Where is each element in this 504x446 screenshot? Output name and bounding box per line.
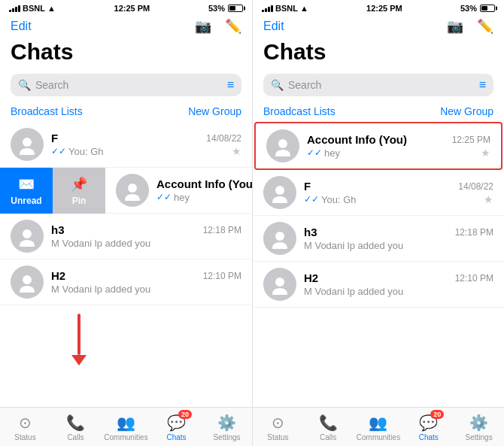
search-bar-right: 🔍 Search ≡ bbox=[253, 71, 504, 102]
svg-point-5 bbox=[20, 240, 35, 247]
settings-tab-label-left: Settings bbox=[213, 433, 240, 441]
chat-item-f-left[interactable]: F 14/08/22 ✓✓ You: Gh ★ bbox=[0, 122, 252, 168]
left-panel: BSNL ▲ 12:25 PM 53% Edit 📷 ✏️ Chats 🔍 Se… bbox=[0, 0, 252, 446]
unread-label: Unread bbox=[11, 196, 41, 206]
swipe-row: ✉️ Unread 📌 Pin Account Info (You bbox=[0, 168, 252, 214]
calls-tab-label-left: Calls bbox=[67, 433, 83, 441]
tab-communities-left[interactable]: 👥 Communities bbox=[101, 412, 151, 443]
chat-time-h3-left: 12:18 PM bbox=[203, 225, 241, 235]
chat-preview-h2-left: M Vodani lp added you bbox=[51, 284, 150, 295]
chat-item-h3-left[interactable]: h3 12:18 PM M Vodani lp added you ★ bbox=[0, 214, 252, 259]
time-label: 12:25 PM bbox=[114, 4, 150, 13]
calls-tab-icon-right: 📞 bbox=[319, 414, 338, 432]
header-icons-right: 📷 ✏️ bbox=[447, 18, 493, 35]
svg-point-1 bbox=[20, 148, 35, 155]
star-icon-h2-right: ★ bbox=[484, 285, 493, 297]
tab-bar-left: ⊙ Status 📞 Calls 👥 Communities 💬 20 Chat… bbox=[0, 407, 252, 446]
chat-time-h2-left: 12:10 PM bbox=[203, 271, 241, 281]
tab-status-left[interactable]: ⊙ Status bbox=[0, 412, 50, 443]
edit-button-left[interactable]: Edit bbox=[11, 20, 32, 33]
broadcast-lists-right[interactable]: Broadcast Lists bbox=[263, 105, 335, 117]
chat-item-account-left[interactable]: Account Info (You ✓✓ hey ★ bbox=[105, 168, 252, 214]
pin-icon: 📌 bbox=[71, 176, 87, 193]
filter-icon-right[interactable]: ≡ bbox=[479, 78, 486, 92]
wifi-icon: ▲ bbox=[47, 4, 56, 13]
chat-content-f-left: F 14/08/22 ✓✓ You: Gh ★ bbox=[51, 132, 241, 157]
status-bar-right: BSNL ▲ 12:25 PM 53% bbox=[253, 0, 504, 15]
calls-tab-label-right: Calls bbox=[320, 433, 336, 441]
communities-tab-icon-right: 👥 bbox=[369, 414, 387, 432]
chat-content-h3-left: h3 12:18 PM M Vodani lp added you ★ bbox=[51, 223, 241, 249]
chat-content-f-right: F 14/08/22 ✓✓ You: Gh ★ bbox=[304, 180, 493, 205]
chat-item-account-right[interactable]: Account Info (You) 12:25 PM ✓✓ hey ★ bbox=[254, 122, 502, 170]
new-group-right[interactable]: New Group bbox=[440, 105, 493, 117]
tab-calls-left[interactable]: 📞 Calls bbox=[50, 412, 101, 443]
signal-icon bbox=[9, 5, 20, 12]
tab-chats-right[interactable]: 💬 20 Chats bbox=[403, 412, 454, 443]
tab-calls-right[interactable]: 📞 Calls bbox=[303, 412, 354, 443]
star-icon-f-right: ★ bbox=[484, 193, 493, 205]
compose-icon-left[interactable]: ✏️ bbox=[225, 18, 241, 35]
chats-badge-wrap-right: 💬 20 bbox=[419, 414, 438, 432]
chat-list-right: Account Info (You) 12:25 PM ✓✓ hey ★ F bbox=[253, 122, 504, 407]
svg-point-2 bbox=[128, 184, 137, 193]
broadcast-lists-left[interactable]: Broadcast Lists bbox=[11, 105, 83, 117]
chat-time-h3-right: 12:18 PM bbox=[455, 227, 493, 238]
arrow-head bbox=[71, 355, 87, 366]
chats-badge-wrap-left: 💬 20 bbox=[167, 414, 186, 432]
pin-label: Pin bbox=[72, 196, 87, 206]
chat-time-account-right: 12:25 PM bbox=[452, 135, 490, 145]
wifi-icon-right: ▲ bbox=[300, 4, 308, 13]
tab-settings-left[interactable]: ⚙️ Settings bbox=[202, 412, 252, 443]
avatar-account-left bbox=[116, 174, 149, 207]
svg-point-8 bbox=[278, 139, 287, 148]
pin-action-button[interactable]: 📌 Pin bbox=[53, 168, 105, 214]
tab-bar-right: ⊙ Status 📞 Calls 👥 Communities 💬 20 Chat… bbox=[253, 407, 504, 446]
chat-item-h2-right[interactable]: H2 12:10 PM M Vodani lp added you ★ bbox=[253, 262, 504, 308]
avatar-f-left bbox=[11, 128, 44, 161]
time-label-right: 12:25 PM bbox=[366, 4, 402, 13]
svg-point-13 bbox=[272, 242, 287, 249]
unread-action-button[interactable]: ✉️ Unread bbox=[0, 168, 53, 214]
chat-preview-h3-left: M Vodani lp added you bbox=[51, 238, 150, 249]
header-right: Edit 📷 ✏️ bbox=[253, 15, 504, 39]
tab-settings-right[interactable]: ⚙️ Settings bbox=[454, 412, 504, 443]
camera-icon-right[interactable]: 📷 bbox=[447, 18, 463, 35]
new-group-left[interactable]: New Group bbox=[188, 105, 241, 117]
tab-chats-left[interactable]: 💬 20 Chats bbox=[151, 412, 202, 443]
search-input-wrap-right[interactable]: 🔍 Search ≡ bbox=[263, 74, 493, 96]
chat-preview-account-left: ✓✓ hey bbox=[156, 192, 190, 203]
compose-icon-right[interactable]: ✏️ bbox=[477, 18, 493, 35]
communities-tab-label-right: Communities bbox=[357, 433, 400, 441]
star-icon-account-right: ★ bbox=[481, 147, 490, 159]
svg-point-3 bbox=[125, 194, 140, 201]
edit-button-right[interactable]: Edit bbox=[263, 20, 284, 33]
tab-status-right[interactable]: ⊙ Status bbox=[253, 412, 303, 443]
svg-point-4 bbox=[23, 229, 32, 238]
camera-icon-left[interactable]: 📷 bbox=[195, 18, 211, 35]
battery-percent: 53% bbox=[208, 4, 225, 13]
check-icon-f-left: ✓✓ bbox=[51, 146, 66, 156]
chat-item-h3-right[interactable]: h3 12:18 PM M Vodani lp added you ★ bbox=[253, 216, 504, 262]
chat-content-account-right: Account Info (You) 12:25 PM ✓✓ hey ★ bbox=[307, 133, 490, 159]
chat-time-h2-right: 12:10 PM bbox=[455, 273, 493, 284]
header-left: Edit 📷 ✏️ bbox=[0, 15, 252, 39]
svg-point-11 bbox=[272, 196, 287, 203]
chat-item-f-right[interactable]: F 14/08/22 ✓✓ You: Gh ★ bbox=[253, 170, 504, 216]
chat-name-f-left: F bbox=[51, 132, 58, 144]
filter-icon-left[interactable]: ≡ bbox=[227, 78, 234, 92]
svg-point-12 bbox=[275, 232, 284, 241]
chat-name-h2-left: H2 bbox=[51, 269, 65, 282]
status-right-right: 53% bbox=[460, 4, 495, 13]
battery-icon-right bbox=[480, 5, 495, 12]
carrier-label: BSNL bbox=[23, 4, 45, 13]
status-tab-label-right: Status bbox=[267, 433, 288, 441]
search-bar-left: 🔍 Search ≡ bbox=[0, 71, 252, 102]
settings-tab-icon-left: ⚙️ bbox=[217, 414, 236, 432]
chat-item-h2-left[interactable]: H2 12:10 PM M Vodani lp added you ★ bbox=[0, 259, 252, 305]
search-input-wrap-left[interactable]: 🔍 Search ≡ bbox=[11, 74, 241, 96]
header-icons-left: 📷 ✏️ bbox=[195, 18, 241, 35]
chat-name-account-right: Account Info (You) bbox=[307, 133, 407, 146]
tab-communities-right[interactable]: 👥 Communities bbox=[354, 412, 404, 443]
svg-point-10 bbox=[275, 186, 284, 195]
